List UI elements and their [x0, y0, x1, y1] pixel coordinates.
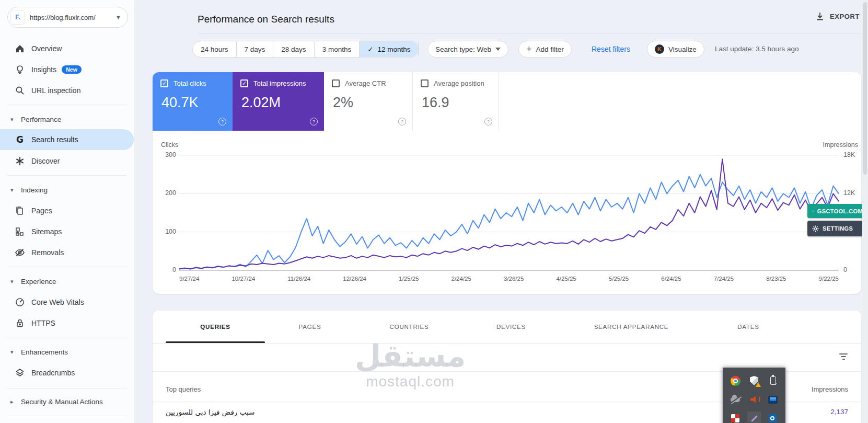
search-type-label: Search type: Web — [435, 45, 491, 53]
check-icon: ✓ — [367, 45, 373, 53]
sidebar-section-performance[interactable]: ▾ Performance — [0, 109, 134, 130]
x-axis-labels: 9/27/2410/27/2411/26/2412/26/241/25/252/… — [179, 276, 839, 282]
sidebar-item-label: Overview — [31, 44, 62, 53]
chip-7-days[interactable]: 7 days — [237, 41, 274, 57]
sidebar-item-insights[interactable]: Insights New — [0, 59, 134, 80]
metric-label: Average position — [434, 79, 484, 87]
add-filter-button[interactable]: + Add filter — [518, 41, 572, 58]
plus-icon: + — [526, 44, 532, 54]
sidebar-item-breadcrumbs[interactable]: Breadcrumbs — [0, 362, 134, 383]
chart-plot-area[interactable]: 0100200300 06K12K18K 9/27/2410/27/2411/2… — [153, 153, 861, 272]
metric-value: 2.02M — [241, 95, 324, 111]
search-type-dropdown[interactable]: Search type: Web — [427, 41, 508, 58]
reset-filters-link[interactable]: Reset filters — [592, 45, 630, 53]
chip-3-months[interactable]: 3 months — [315, 41, 360, 57]
axis-tick-label: 12K — [843, 189, 855, 197]
cloud-off-tray-icon[interactable] — [726, 390, 745, 409]
checkbox-checked-icon[interactable]: ✓ — [240, 79, 248, 87]
sidebar-item-label: URL inspection — [31, 86, 80, 95]
volume-tray-icon[interactable] — [745, 390, 763, 409]
filter-list-icon[interactable] — [837, 350, 850, 363]
axis-tick-label: 0 — [157, 266, 176, 273]
table-row-query[interactable]: سبب رفض فيزا دبي للسوريين — [166, 408, 254, 416]
mail-app-tray-icon[interactable] — [763, 409, 782, 423]
x-axis-date-label: 6/24/25 — [661, 276, 681, 282]
column-header-impressions[interactable]: Impressions — [812, 385, 848, 393]
chip-28-days[interactable]: 28 days — [273, 41, 314, 57]
chip-24-hours[interactable]: 24 hours — [193, 41, 237, 57]
metric-tile-average-position[interactable]: Average position 16.9 ? — [413, 72, 499, 131]
sidebar-item-label: Core Web Vitals — [31, 298, 84, 306]
column-header-queries[interactable]: Top queries — [166, 385, 201, 393]
metric-value: 2% — [333, 95, 412, 111]
x-axis-date-label: 11/26/24 — [287, 276, 310, 282]
layers-icon — [15, 368, 25, 378]
vertical-scrollbar[interactable] — [862, 0, 868, 423]
chip-label: 12 months — [377, 45, 410, 53]
metric-tile-total-clicks[interactable]: ✓ Total clicks 40.7K ? — [153, 72, 233, 131]
display-settings-tray-icon[interactable] — [763, 390, 782, 409]
x-axis-date-label: 12/26/24 — [343, 276, 366, 282]
help-icon[interactable]: ? — [398, 118, 406, 125]
sidebar-item-discover[interactable]: Discover — [0, 151, 134, 172]
sidebar-item-label: Sitemaps — [31, 227, 62, 236]
tab-queries[interactable]: QUERIES — [166, 311, 265, 343]
sidebar-item-url-inspection[interactable]: URL inspection — [0, 80, 134, 101]
chevron-down-icon — [495, 48, 501, 51]
new-badge: New — [62, 65, 82, 74]
sidebar-item-pages[interactable]: Pages — [0, 200, 134, 221]
metric-tile-average-ctr[interactable]: Average CTR 2% ? — [324, 72, 413, 131]
metric-label: Average CTR — [345, 79, 386, 87]
x-axis-date-label: 9/22/25 — [819, 276, 839, 282]
section-label: Security & Manual Actions — [21, 398, 103, 406]
x-axis-date-label: 9/27/24 — [179, 276, 199, 282]
search-console-app: { "property": { "logo_text": "F.", "url"… — [0, 0, 868, 423]
tab-countries[interactable]: COUNTRIES — [355, 311, 464, 343]
gsctool-overlay-badge[interactable]: GSCTOOL.COM — [807, 204, 868, 218]
sidebar-item-label: HTTPS — [31, 319, 55, 327]
property-selector[interactable]: F. https://blog.fluxir.com/ ▼ — [7, 7, 128, 28]
usb-device-tray-icon[interactable] — [763, 371, 782, 390]
tab-devices[interactable]: DEVICES — [464, 311, 559, 343]
page-title: Performance on Search results — [198, 14, 334, 25]
asterisk-icon — [15, 156, 25, 166]
axis-tick-label: 300 — [157, 151, 176, 158]
date-range-chips: 24 hours 7 days 28 days 3 months ✓ 12 mo… — [192, 41, 419, 58]
sidebar-section-experience[interactable]: ▾ Experience — [0, 271, 134, 292]
settings-overlay-badge[interactable]: SETTINGS — [807, 221, 868, 236]
sidebar-item-label: Insights — [31, 65, 56, 74]
sidebar-item-core-web-vitals[interactable]: Core Web Vitals — [0, 292, 134, 313]
help-icon[interactable]: ? — [218, 118, 226, 125]
sidebar-section-security[interactable]: ▸ Security & Manual Actions — [0, 391, 134, 412]
help-icon[interactable]: ? — [484, 118, 492, 125]
visualize-button[interactable]: K Visualize — [647, 41, 704, 58]
export-button[interactable]: EXPORT — [815, 12, 860, 21]
chevron-down-icon: ▼ — [115, 14, 121, 20]
sidebar-section-indexing[interactable]: ▾ Indexing — [0, 179, 134, 200]
checkbox-checked-icon[interactable]: ✓ — [160, 79, 168, 87]
tab-search-appearance[interactable]: SEARCH APPEARANCE — [559, 311, 704, 343]
tab-pages[interactable]: PAGES — [265, 311, 355, 343]
scrollbar-thumb[interactable] — [863, 2, 867, 175]
series-line-clicks — [179, 175, 839, 269]
system-tray-popup — [723, 368, 785, 423]
sidebar-item-overview[interactable]: Overview — [0, 38, 134, 59]
sidebar-item-removals[interactable]: Removals — [0, 242, 134, 263]
right-axis-title: Impressions — [801, 141, 858, 148]
sidebar-item-https[interactable]: HTTPS — [0, 313, 134, 334]
grid-app-tray-icon[interactable] — [726, 409, 745, 423]
axis-tick-label: 200 — [157, 189, 176, 197]
checkbox-unchecked-icon[interactable] — [421, 79, 429, 87]
sidebar-item-search-results[interactable]: G Search results — [0, 129, 134, 150]
left-axis-title: Clicks — [161, 141, 178, 148]
defender-warning-tray-icon[interactable] — [745, 371, 763, 390]
chip-12-months-selected[interactable]: ✓ 12 months — [360, 41, 418, 57]
chrome-tray-icon[interactable] — [726, 371, 745, 390]
help-icon[interactable]: ? — [310, 118, 318, 125]
pen-tool-tray-icon[interactable] — [745, 409, 763, 423]
checkbox-unchecked-icon[interactable] — [332, 79, 340, 87]
sidebar-section-enhancements[interactable]: ▾ Enhancements — [0, 341, 134, 362]
metric-tile-total-impressions[interactable]: ✓ Total impressions 2.02M ? — [233, 72, 324, 131]
tab-dates[interactable]: DATES — [704, 311, 793, 343]
sidebar-item-sitemaps[interactable]: Sitemaps — [0, 221, 134, 242]
